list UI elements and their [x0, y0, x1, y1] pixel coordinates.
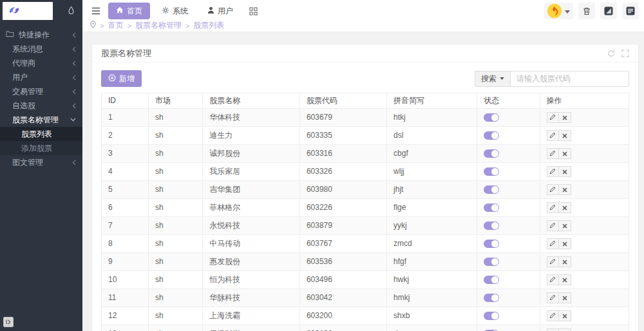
delete-button[interactable]: [559, 112, 571, 123]
topbar-tab-1[interactable]: 系统: [154, 3, 196, 19]
grid-icon[interactable]: [245, 3, 261, 19]
edit-button[interactable]: [547, 310, 559, 321]
add-button[interactable]: 新增: [101, 70, 142, 87]
delete-button[interactable]: [559, 166, 571, 177]
breadcrumb-link[interactable]: 股票名称管理: [135, 20, 182, 31]
sidebar-item-label: 系统消息: [12, 44, 43, 55]
edit-button[interactable]: [547, 130, 559, 141]
delete-button[interactable]: [559, 184, 571, 195]
status-toggle[interactable]: [484, 240, 499, 248]
cell-status: [477, 271, 540, 289]
app-logo[interactable]: [3, 2, 53, 20]
sidebar-collapse-button[interactable]: [3, 317, 14, 327]
status-toggle[interactable]: [484, 312, 499, 320]
cell-status: [477, 253, 540, 271]
caret-down-icon: [565, 6, 570, 15]
edit-button[interactable]: [547, 274, 559, 285]
cell-pinyin: flge: [387, 199, 477, 217]
fullscreen-icon[interactable]: [621, 50, 629, 57]
cell-name: 华脉科技: [203, 289, 300, 307]
refresh-icon[interactable]: [607, 50, 615, 57]
trash-icon-button[interactable]: [578, 3, 595, 19]
delete-button[interactable]: [559, 310, 571, 321]
cell-market: sh: [148, 253, 202, 271]
sidebar: 快捷操作系统消息代理商用户交易管理自选股股票名称管理股票列表添加股票图文管理: [0, 0, 82, 331]
cell-pinyin: htkj: [387, 109, 477, 127]
cell-status: [477, 181, 540, 199]
pencil-icon: [549, 311, 556, 321]
swirl-logo-icon: [6, 4, 22, 19]
cell-name: 迪生力: [203, 127, 300, 145]
edit-button[interactable]: [547, 112, 559, 123]
status-toggle[interactable]: [484, 294, 499, 302]
table-row: 9sh惠发股份603536hfgf: [102, 253, 629, 271]
add-button-label: 新增: [119, 73, 135, 84]
edit-button[interactable]: [547, 238, 559, 249]
folder-icon: [6, 30, 14, 39]
search-input[interactable]: [510, 71, 629, 87]
topbar-tab-0[interactable]: 首页: [108, 3, 150, 19]
edit-button[interactable]: [547, 220, 559, 231]
edit-button[interactable]: [547, 328, 559, 331]
cell-name: 恒为科技: [203, 271, 300, 289]
list-menu-icon-button[interactable]: [622, 3, 639, 19]
cell-status: [477, 145, 540, 163]
sidebar-item-label: 代理商: [12, 58, 35, 69]
stock-management-panel: 股票名称管理: [91, 44, 639, 331]
sidebar-submenu: 股票列表添加股票: [0, 127, 82, 155]
edit-button[interactable]: [547, 202, 559, 213]
cell-code: 603496: [299, 271, 386, 289]
status-toggle[interactable]: [484, 131, 499, 140]
status-toggle[interactable]: [484, 113, 499, 122]
breadcrumb-link[interactable]: 首页: [108, 20, 123, 31]
hamburger-menu-icon[interactable]: [88, 3, 104, 19]
cell-pinyin: yykj: [387, 217, 477, 235]
delete-button[interactable]: [559, 256, 571, 267]
breadcrumb-link[interactable]: 股票列表: [193, 20, 224, 31]
delete-button[interactable]: [559, 328, 571, 331]
table-row: 12sh上海洗霸603200shxb: [102, 307, 629, 325]
sidebar-subitem-0[interactable]: 股票列表: [0, 127, 82, 141]
topbar: 首页系统用户: [82, 0, 644, 22]
sidebar-item-6[interactable]: 股票名称管理: [0, 113, 82, 127]
delete-button[interactable]: [559, 292, 571, 303]
search-type-dropdown[interactable]: 搜索: [475, 71, 510, 87]
delete-button[interactable]: [559, 238, 571, 249]
edit-button[interactable]: [547, 148, 559, 159]
delete-button[interactable]: [559, 220, 571, 231]
chevron-left-icon: [72, 75, 76, 80]
status-toggle[interactable]: [484, 167, 499, 176]
status-toggle[interactable]: [484, 276, 499, 284]
table-row: 4sh我乐家居603326wljj: [102, 163, 629, 181]
sidebar-item-7[interactable]: 图文管理: [0, 155, 82, 169]
status-toggle[interactable]: [484, 258, 499, 266]
cell-market: sh: [148, 289, 202, 307]
cell-id: 3: [102, 145, 149, 163]
delete-button[interactable]: [559, 148, 571, 159]
status-toggle[interactable]: [484, 222, 499, 230]
topbar-tab-2[interactable]: 用户: [200, 3, 241, 19]
sidebar-item-2[interactable]: 代理商: [0, 56, 82, 70]
delete-button[interactable]: [559, 202, 571, 213]
edit-button[interactable]: [547, 166, 559, 177]
edit-button[interactable]: [547, 256, 559, 267]
sidebar-item-3[interactable]: 用户: [0, 70, 82, 84]
edit-button[interactable]: [547, 292, 559, 303]
edit-button[interactable]: [547, 184, 559, 195]
delete-button[interactable]: [559, 274, 571, 285]
delete-button[interactable]: [559, 130, 571, 141]
sidebar-item-label: 自选股: [12, 100, 35, 111]
status-toggle[interactable]: [484, 185, 499, 194]
sidebar-subitem-1[interactable]: 添加股票: [0, 141, 82, 155]
sidebar-item-1[interactable]: 系统消息: [0, 42, 82, 56]
droplet-icon[interactable]: [68, 6, 75, 17]
user-avatar-dropdown[interactable]: [544, 3, 573, 19]
status-toggle[interactable]: [484, 203, 499, 212]
cell-pinyin: hwkj: [387, 271, 477, 289]
status-toggle[interactable]: [484, 149, 499, 158]
sidebar-item-5[interactable]: 自选股: [0, 99, 82, 113]
sidebar-item-4[interactable]: 交易管理: [0, 84, 82, 99]
sidebar-item-0[interactable]: 快捷操作: [0, 28, 82, 42]
cell-id: 13: [102, 325, 149, 331]
contrast-theme-icon-button[interactable]: [600, 3, 617, 19]
